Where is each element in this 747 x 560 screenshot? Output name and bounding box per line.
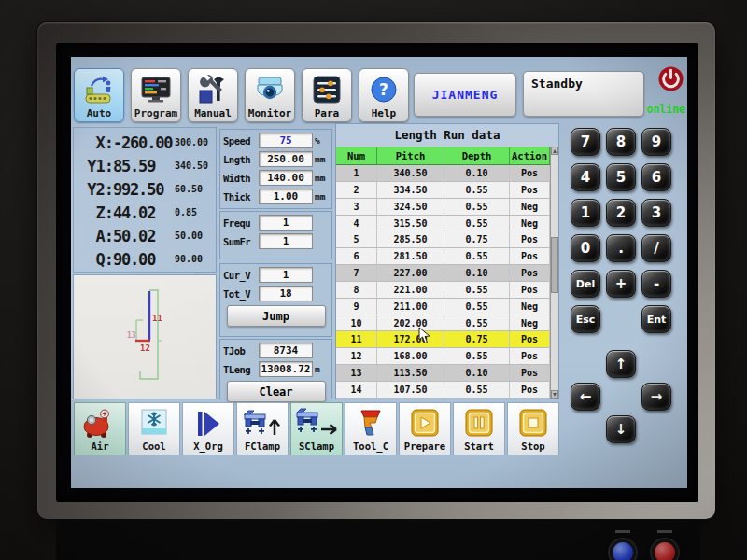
table-scrollbar[interactable]: [550, 147, 558, 399]
tab-manual[interactable]: Manual: [188, 68, 238, 122]
field-value-input[interactable]: 75: [259, 133, 313, 148]
panel-button-red[interactable]: [652, 539, 678, 560]
table-row[interactable]: 11 172.00 0.75 Pos: [336, 331, 550, 348]
field-row: Thick 1.00 mm: [223, 189, 330, 204]
cell-action: Pos: [510, 182, 550, 198]
table-row[interactable]: 7 227.00 0.10 Pos: [336, 265, 550, 282]
toolc-button[interactable]: Tool_C: [345, 402, 397, 455]
field-value-input[interactable]: 140.00: [259, 170, 313, 186]
cell-action: Neg: [510, 315, 550, 331]
field-value-input[interactable]: 250.00: [259, 151, 313, 167]
panel-label-mark: [657, 530, 672, 533]
axis-target-value: 300.00: [175, 137, 216, 147]
table-row[interactable]: 10 202.00 0.55 Neg: [336, 315, 550, 332]
cell-num: 1: [336, 165, 377, 181]
key-dot[interactable]: .: [606, 234, 636, 262]
cell-num: 2: [336, 182, 377, 198]
table-row[interactable]: 8 221.00 0.55 Pos: [336, 282, 550, 299]
field-value-input[interactable]: 1.00: [259, 189, 313, 204]
key-slash[interactable]: /: [641, 234, 671, 262]
tab-monitor[interactable]: Monitor: [245, 68, 295, 122]
key-3[interactable]: 3: [641, 199, 671, 227]
table-row[interactable]: 5 285.50 0.75 Pos: [336, 231, 550, 248]
cool-button[interactable]: Cool: [128, 402, 180, 455]
table-title: Length Run data: [336, 124, 558, 147]
field-value-input[interactable]: 1: [259, 215, 313, 231]
fclamp-button[interactable]: FClamp: [236, 402, 289, 455]
arrow-down-key[interactable]: ↓: [606, 415, 636, 443]
field-value-input[interactable]: 1: [259, 233, 313, 249]
start-button[interactable]: Start: [453, 402, 505, 455]
table-row[interactable]: 6 281.50 0.55 Pos: [336, 248, 550, 265]
minus-key[interactable]: -: [641, 270, 671, 298]
cell-action: Pos: [510, 331, 550, 347]
esc-key[interactable]: Esc: [571, 305, 600, 333]
del-key[interactable]: Del: [571, 270, 600, 298]
cell-depth: 0.75: [444, 331, 510, 347]
ent-key[interactable]: Ent: [641, 305, 671, 333]
frequency-box: Frequ 1 SumFr 1: [219, 211, 332, 259]
cell-pitch: 211.00: [377, 299, 444, 315]
table-row[interactable]: 3 324.50 0.55 Neg: [336, 199, 550, 216]
key-0[interactable]: 0: [571, 234, 600, 262]
field-value-input[interactable]: 18: [259, 286, 313, 301]
axis-readout-row: Y1: 85.59 340.50: [74, 154, 216, 177]
table-row[interactable]: 9 211.00 0.55 Neg: [336, 299, 550, 315]
field-value-input[interactable]: 1: [259, 267, 313, 283]
cell-pitch: 221.00: [377, 282, 444, 298]
manual-icon: [196, 74, 230, 107]
axis-value: 90.00: [113, 250, 175, 269]
table-row[interactable]: 1 340.50 0.10 Pos: [336, 165, 550, 182]
sclamp-button[interactable]: SClamp: [290, 402, 343, 455]
tab-auto[interactable]: Auto: [74, 68, 124, 122]
xorg-button[interactable]: X_Org: [182, 402, 234, 455]
table-row[interactable]: 14 107.50 0.55 Pos: [336, 382, 550, 399]
tab-help[interactable]: ? Help: [359, 68, 409, 122]
table-row[interactable]: 12 168.00 0.55 Pos: [336, 348, 550, 365]
arrow-up-key[interactable]: ↑: [606, 350, 636, 378]
key-5[interactable]: 5: [606, 163, 636, 191]
power-button[interactable]: [657, 65, 685, 93]
fclamp-icon: [241, 407, 284, 441]
arrow-right-key[interactable]: →: [641, 383, 671, 411]
key-1[interactable]: 1: [571, 199, 600, 227]
key-4[interactable]: 4: [571, 163, 600, 191]
key-9[interactable]: 9: [641, 128, 671, 156]
field-label: Tot_V: [223, 288, 259, 300]
clear-button[interactable]: Clear: [227, 381, 326, 402]
panel-button-blue[interactable]: [610, 539, 636, 560]
stop-button[interactable]: Stop: [507, 402, 559, 455]
key-7[interactable]: 7: [571, 128, 600, 156]
table-row[interactable]: 4 315.50 0.55 Neg: [336, 216, 550, 232]
axis-value: 992.50: [113, 180, 175, 199]
air-button[interactable]: Air: [74, 402, 126, 455]
arrow-left-key[interactable]: ←: [571, 383, 600, 411]
column-header-pitch: Pitch: [377, 147, 444, 164]
jump-button[interactable]: Jump: [227, 305, 326, 327]
axis-target-value: 90.00: [175, 254, 216, 264]
field-label: SumFr: [223, 236, 259, 247]
plus-key[interactable]: +: [606, 270, 636, 298]
cell-num: 4: [336, 216, 377, 231]
scroll-up-button[interactable]: [551, 147, 558, 155]
cell-action: Pos: [510, 348, 550, 364]
tab-para[interactable]: Para: [302, 68, 352, 122]
scroll-thumb[interactable]: [551, 237, 558, 292]
field-row: TLeng 13008.72 m: [223, 361, 330, 377]
table-row[interactable]: 2 334.50 0.55 Pos: [336, 182, 550, 199]
field-value-input[interactable]: 8734: [259, 343, 313, 358]
monitor-bezel: Auto Program Manual Monitor Para ? Help …: [37, 22, 715, 519]
table-row[interactable]: 13 113.50 0.10 Pos: [336, 365, 550, 382]
prepare-button[interactable]: Prepare: [399, 402, 451, 455]
segment-label-11: 11: [152, 314, 162, 323]
scroll-down-button[interactable]: [551, 390, 558, 399]
tab-program[interactable]: Program: [131, 68, 181, 122]
brand-button[interactable]: JIANMENG: [414, 73, 516, 117]
key-6[interactable]: 6: [641, 163, 671, 191]
field-value-input[interactable]: 13008.72: [259, 361, 313, 377]
cell-action: Pos: [510, 282, 550, 298]
key-8[interactable]: 8: [606, 128, 636, 156]
cell-num: 12: [336, 348, 377, 364]
cell-depth: 0.55: [444, 348, 510, 364]
key-2[interactable]: 2: [606, 199, 636, 227]
